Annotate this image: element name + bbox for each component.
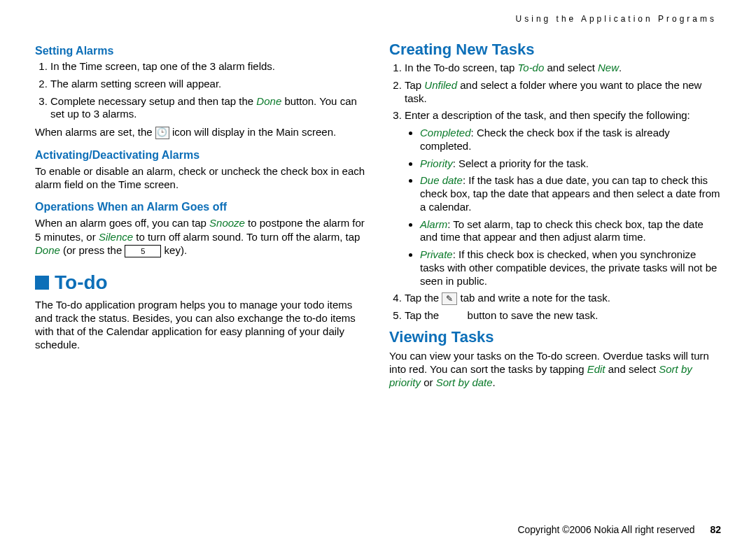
list-item: In the Time screen, tap one of the 3 ala… xyxy=(50,60,367,73)
copyright-text: Copyright ©2006 Nokia All right reserved xyxy=(517,524,694,535)
operations-body: When an alarm goes off, you can tap Snoo… xyxy=(35,216,367,257)
list-item: Due date: If the task has a due date, yo… xyxy=(420,174,721,213)
todo-label: To-do xyxy=(518,62,545,73)
unfiled-label: Unfiled xyxy=(424,79,457,91)
todo-body: The To-do application program helps you … xyxy=(35,298,367,352)
page-number: 82 xyxy=(710,524,721,535)
task-fields-list: Completed: Check the check box if the ta… xyxy=(405,127,721,288)
note-tab-icon: ✎ xyxy=(442,292,457,305)
list-item: Tap Unfiled and select a folder where yo… xyxy=(405,79,721,106)
heading-creating-tasks: Creating New Tasks xyxy=(389,41,721,59)
list-item: Priority: Select a priority for the task… xyxy=(420,157,721,171)
heading-activating-alarms: Activating/Deactivating Alarms xyxy=(35,149,367,162)
left-column: Setting Alarms In the Time screen, tap o… xyxy=(35,35,367,394)
page-header: Using the Application Programs xyxy=(35,14,721,24)
breadcrumb: Using the Application Programs xyxy=(516,14,717,24)
list-item: Alarm: To set alarm, tap to check this c… xyxy=(420,218,721,245)
sort-date-label: Sort by date xyxy=(436,376,493,388)
list-item: Completed: Check the check box if the ta… xyxy=(420,127,721,153)
new-label: New xyxy=(598,62,619,73)
silence-label: Silence xyxy=(99,231,133,243)
list-item: Complete necessary setup and then tap th… xyxy=(50,95,367,122)
alarm-set-note: When alarms are set, the 🕒 icon will dis… xyxy=(35,125,367,139)
heading-todo: To-do xyxy=(35,271,367,294)
heading-viewing-tasks: Viewing Tasks xyxy=(389,328,721,346)
square-bullet-icon xyxy=(35,276,49,290)
clock-icon: 🕒 xyxy=(155,127,169,139)
list-item: Enter a description of the task, and the… xyxy=(405,109,721,288)
heading-operations-alarm: Operations When an Alarm Goes off xyxy=(35,201,367,213)
snooze-label: Snooze xyxy=(209,217,245,229)
heading-setting-alarms: Setting Alarms xyxy=(35,45,367,57)
list-item: Tap the ✎ tab and write a note for the t… xyxy=(405,292,721,305)
right-column: Creating New Tasks In the To-do screen, … xyxy=(389,35,721,394)
list-item: Tap the button to save the new task. xyxy=(405,309,721,323)
done-label: Done xyxy=(256,95,281,107)
done-label: Done xyxy=(35,244,60,256)
key-5-icon: 5 xyxy=(125,245,161,257)
creating-tasks-steps: In the To-do screen, tap To-do and selec… xyxy=(389,62,721,323)
activating-body: To enable or disable an alarm, check or … xyxy=(35,164,367,191)
page-footer: Copyright ©2006 Nokia All right reserved… xyxy=(35,524,721,535)
list-item: In the To-do screen, tap To-do and selec… xyxy=(405,62,721,75)
list-item: The alarm setting screen will appear. xyxy=(50,78,367,91)
viewing-body: You can view your tasks on the To-do scr… xyxy=(389,349,721,390)
list-item: Private: If this check box is checked, w… xyxy=(420,248,721,288)
setting-alarms-steps: In the Time screen, tap one of the 3 ala… xyxy=(35,60,367,121)
content-columns: Setting Alarms In the Time screen, tap o… xyxy=(35,35,721,394)
edit-label: Edit xyxy=(587,363,606,375)
